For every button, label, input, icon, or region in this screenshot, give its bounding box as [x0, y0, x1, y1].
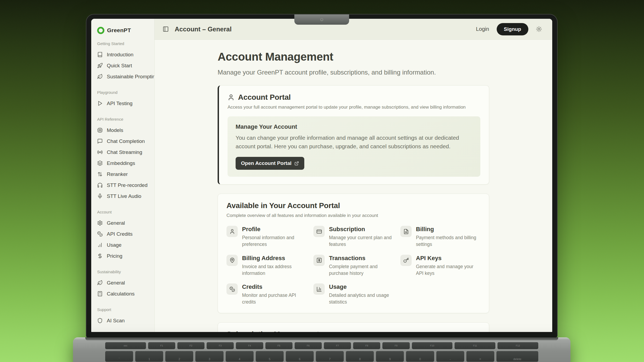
- keyboard-row: escF1F2F3F4F5F6F7F8F9F10F11F12: [105, 342, 538, 349]
- leaf-icon: [97, 74, 103, 79]
- manage-account-panel: Manage Your Account You can change your …: [228, 116, 480, 177]
- sidebar-item-api-reference-reranker[interactable]: Reranker: [95, 169, 151, 180]
- topbar: Account – General Login Signup: [155, 19, 552, 40]
- sidebar-item-label: STT Live Audio: [107, 193, 141, 199]
- sidebar-item-label: Calculations: [107, 291, 135, 297]
- leaf-icon: [97, 280, 103, 286]
- sidebar-item-label: Pricing: [107, 253, 122, 259]
- keyboard-key: =: [466, 351, 494, 362]
- chart-column-icon: [313, 283, 325, 295]
- sidebar-item-getting-started-sustainable-prompting[interactable]: Sustainable Prompting: [95, 71, 151, 82]
- keyboard-key: -: [436, 351, 464, 362]
- keyboard-key: F7: [324, 342, 351, 349]
- sidebar-item-api-reference-embeddings[interactable]: Embeddings: [95, 158, 151, 169]
- feature-title: Profile: [242, 226, 306, 233]
- feature-usage: UsageDetailed analytics and usage statis…: [313, 283, 393, 305]
- features-grid: ProfilePersonal information and preferen…: [226, 226, 480, 305]
- manage-account-title: Manage Your Account: [236, 123, 472, 130]
- feature-description: Monitor and purchase API credits: [242, 292, 306, 305]
- calculator-icon: [97, 291, 103, 297]
- keyboard-key: 3: [195, 351, 223, 362]
- feature-description: Detailed analytics and usage statistics: [329, 292, 393, 305]
- signup-button[interactable]: Signup: [497, 23, 528, 35]
- brand-name: GreenPT: [107, 27, 131, 34]
- keyboard-key: F8: [353, 342, 380, 349]
- sidebar-item-getting-started-quick-start[interactable]: Quick Start: [95, 60, 151, 71]
- sidebar-item-label: Chat Streaming: [107, 149, 142, 155]
- brand-logo[interactable]: GreenPT: [95, 26, 151, 35]
- external-link-icon: [294, 161, 299, 166]
- laptop-hinge: [85, 337, 558, 340]
- sun-icon[interactable]: [536, 26, 542, 32]
- sidebar-section-label: Playground: [97, 90, 148, 95]
- sidebar-item-label: API Credits: [107, 231, 133, 237]
- sidebar-item-label: STT Pre-recorded: [107, 182, 148, 188]
- sidebar-item-api-reference-stt-live-audio[interactable]: STT Live Audio: [95, 191, 151, 202]
- play-icon: [97, 101, 103, 106]
- feature-text: UsageDetailed analytics and usage statis…: [329, 283, 393, 305]
- sidebar-item-account-general[interactable]: General: [95, 217, 151, 228]
- feature-text: CreditsMonitor and purchase API credits: [242, 283, 306, 305]
- sidebar-item-api-reference-stt-pre-recorded[interactable]: STT Pre-recorded: [95, 180, 151, 191]
- sidebar-item-sustainability-calculations[interactable]: Calculations: [95, 288, 151, 299]
- coins-icon: [97, 231, 103, 237]
- laptop-camera: [320, 18, 323, 21]
- feature-api-keys: API KeysGenerate and manage your API key…: [400, 255, 480, 277]
- keyboard-key: F5: [265, 342, 292, 349]
- keyboard-key: 5: [256, 351, 284, 362]
- account-portal-title: Account Portal: [238, 93, 291, 102]
- account-portal-card-header: Account Portal: [228, 93, 480, 102]
- feature-title: Transactions: [329, 255, 393, 262]
- sidebar-item-account-usage[interactable]: Usage: [95, 239, 151, 250]
- credit-card-icon: [313, 226, 325, 237]
- feature-profile: ProfilePersonal information and preferen…: [226, 226, 306, 248]
- features-card-title: Available in Your Account Portal: [226, 201, 480, 210]
- browser-viewport: GreenPT Getting StartedIntroductionQuick…: [91, 19, 552, 332]
- feature-description: Manage your current plan and features: [329, 234, 393, 248]
- sidebar-item-label: Models: [107, 127, 123, 133]
- page-title: Account Management: [218, 50, 489, 63]
- topbar-actions: Login Signup: [476, 23, 542, 35]
- open-account-portal-button[interactable]: Open Account Portal: [236, 157, 304, 170]
- sidebar-item-account-api-credits[interactable]: API Credits: [95, 228, 151, 239]
- laptop-screen-bezel: GreenPT Getting StartedIntroductionQuick…: [86, 14, 558, 337]
- receipt-icon: [313, 255, 325, 266]
- keyboard-key: F4: [236, 342, 263, 349]
- keyboard-row: `1234567890-=delete: [105, 351, 538, 362]
- login-link[interactable]: Login: [476, 26, 489, 32]
- sidebar-item-api-reference-chat-completion[interactable]: Chat Completion: [95, 136, 151, 147]
- sidebar-item-sustainability-general[interactable]: General: [95, 277, 151, 288]
- sidebar-item-label: AI Scan: [107, 318, 125, 323]
- subscription-management-card: Subscription Management: [218, 322, 489, 332]
- sidebar-item-label: Usage: [107, 242, 122, 248]
- feature-title: Credits: [242, 283, 306, 290]
- sidebar-section-label: Account: [97, 210, 148, 214]
- layers-icon: [97, 160, 103, 166]
- sidebar-item-label: Quick Start: [107, 63, 132, 68]
- sidebar-section-label: API Reference: [97, 117, 148, 121]
- sidebar-section-getting-started: Getting StartedIntroductionQuick StartSu…: [95, 41, 151, 82]
- keyboard-key: 2: [165, 351, 193, 362]
- laptop-base: escF1F2F3F4F5F6F7F8F9F10F11F12`123456789…: [73, 337, 570, 362]
- feature-description: Invoice and tax address information: [242, 263, 306, 277]
- keyboard-key: F2: [177, 342, 204, 349]
- sidebar-item-getting-started-introduction[interactable]: Introduction: [95, 49, 151, 60]
- keyboard-key: 6: [286, 351, 314, 362]
- broadcast-icon: [97, 149, 103, 155]
- sidebar-section-support: SupportAI Scan: [95, 307, 151, 326]
- sidebar-item-support-ai-scan[interactable]: AI Scan: [95, 315, 151, 326]
- dollar-icon: [97, 253, 103, 259]
- sidebar-item-api-reference-models[interactable]: Models: [95, 125, 151, 136]
- sidebar-section-playground: PlaygroundAPI Testing: [95, 90, 151, 109]
- sidebar-section-label: Support: [97, 307, 148, 312]
- panel-left-icon[interactable]: [163, 26, 169, 32]
- feature-billing: BillingPayment methods and billing setti…: [400, 226, 480, 248]
- sidebar-item-api-reference-chat-streaming[interactable]: Chat Streaming: [95, 147, 151, 158]
- sidebar-item-playground-api-testing[interactable]: API Testing: [95, 98, 151, 109]
- features-card: Available in Your Account Portal Complet…: [218, 194, 489, 313]
- account-portal-card: Account Portal Access your full account …: [218, 85, 489, 184]
- sidebar-item-account-pricing[interactable]: Pricing: [95, 250, 151, 261]
- keyboard-key: F11: [455, 342, 495, 349]
- chat-icon: [97, 138, 103, 144]
- cpu-icon: [97, 127, 103, 133]
